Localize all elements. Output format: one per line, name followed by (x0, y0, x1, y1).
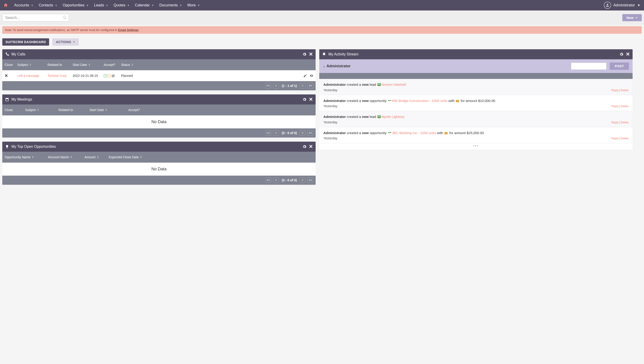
actions-button[interactable]: ACTIONS ▼ (52, 38, 79, 46)
delete-link[interactable]: Delete (620, 105, 628, 108)
col-subject[interactable]: Subject▲▼ (25, 108, 59, 112)
col-close[interactable]: Close (5, 63, 17, 66)
reply-link[interactable]: Reply (611, 121, 619, 124)
call-subject-link[interactable]: Left a message (17, 74, 39, 78)
folder-icon (456, 100, 459, 102)
nav-item-more[interactable]: More▼ (185, 0, 202, 10)
activity-actor: Administrator (323, 131, 346, 135)
lead-icon (377, 116, 381, 118)
activity-target-link[interactable]: Myrtle Lightsey (381, 115, 404, 118)
new-button[interactable]: New ▼ (622, 14, 642, 21)
caret-down-icon: ▼ (106, 4, 108, 6)
right-column: My Activity Stream ✕ ⌄Administrator POST… (319, 49, 632, 150)
caret-down-icon: ▼ (180, 4, 182, 6)
user-name: Administrator (613, 3, 635, 7)
search-input[interactable] (2, 14, 69, 22)
nav-item-contacts[interactable]: Contacts▼ (36, 0, 60, 10)
col-start-date[interactable]: Start Date▲▼ (90, 108, 128, 112)
email-settings-link[interactable]: Email Settings (118, 28, 139, 32)
smtp-alert: Note: To send record assignment notifica… (2, 26, 642, 34)
accept-no-icon[interactable]: ⊘ (111, 74, 115, 77)
pager-text: (0 - 0 of 0) (282, 178, 297, 182)
pager-first[interactable]: << (265, 130, 271, 136)
search-button[interactable] (62, 15, 68, 21)
nav-item-opportunities[interactable]: Opportunities▼ (60, 0, 91, 10)
caret-down-icon: ▼ (635, 16, 637, 19)
dashlet-header: My Meetings ✕ (2, 94, 316, 104)
col-start-date[interactable]: Start Date▲▼ (73, 63, 104, 66)
col-close[interactable]: Close (5, 108, 25, 112)
delete-link[interactable]: Delete (620, 121, 628, 124)
pager-next[interactable]: > (300, 83, 306, 88)
pager-prev[interactable]: < (273, 178, 279, 183)
post-button[interactable]: POST (610, 62, 629, 70)
nav-item-quotes[interactable]: Quotes▼ (111, 0, 132, 10)
gear-icon[interactable] (302, 144, 306, 149)
pager-last[interactable]: >> (307, 83, 313, 88)
row-close-icon[interactable]: ✕ (5, 74, 8, 78)
gear-icon[interactable] (302, 98, 306, 102)
nav-item-accounts[interactable]: Accounts▼ (12, 0, 36, 10)
delete-link[interactable]: Delete (620, 89, 628, 92)
col-subject[interactable]: Subject▲▼ (17, 63, 48, 66)
accept-yes-icon[interactable]: ✓ (104, 74, 107, 77)
reply-link[interactable]: Reply (611, 105, 619, 108)
pager-prev[interactable]: < (273, 130, 279, 136)
pager: << < (0 - 0 of 0) > >> (2, 128, 316, 138)
search-icon (62, 15, 67, 20)
nav-items: Accounts▼Contacts▼Opportunities▼Leads▼Qu… (12, 0, 202, 10)
dashboard-title[interactable]: SUITECRM DASHBOARD (2, 38, 49, 46)
col-accept[interactable]: Accept? (128, 108, 313, 112)
load-more-handle[interactable]: ••• (319, 143, 632, 150)
pager-next[interactable]: > (300, 130, 306, 136)
user-menu[interactable]: Administrator ▼ (604, 2, 642, 9)
nav-item-calendar[interactable]: Calendar▼ (132, 0, 157, 10)
close-icon[interactable]: ✕ (309, 97, 313, 102)
dashlet-my-opportunities: My Top Open Opportunities ✕ Opportunity … (2, 142, 316, 185)
gear-icon[interactable] (619, 52, 623, 56)
activity-actor: Administrator (323, 115, 346, 118)
gear-icon[interactable] (302, 52, 306, 56)
nav-item-documents[interactable]: Documents▼ (157, 0, 185, 10)
col-expected-close[interactable]: Expected Close Date▲▼ (109, 155, 313, 159)
edit-icon[interactable] (303, 74, 307, 78)
dashlet-title: My Meetings (12, 98, 32, 102)
col-opp-name[interactable]: Opportunity Name▲▼ (5, 155, 48, 159)
nav-label: Contacts (39, 3, 53, 7)
close-icon[interactable]: ✕ (309, 52, 313, 57)
col-account-name[interactable]: Account Name▲▼ (48, 155, 85, 159)
nav-item-leads[interactable]: Leads▼ (91, 0, 111, 10)
phone-icon (5, 52, 9, 56)
dashlet-my-calls: My Calls ✕ Close Subject▲▼ Related to St… (2, 49, 316, 90)
activity-time: YesterdayReply|Delete (323, 88, 628, 92)
reply-link[interactable]: Reply (611, 137, 619, 140)
call-related-link[interactable]: Tortoise Corp (48, 74, 67, 78)
sort-icon: ▲▼ (132, 64, 133, 66)
delete-link[interactable]: Delete (620, 137, 628, 140)
pager-first[interactable]: << (265, 83, 271, 88)
col-amount[interactable]: Amount▲▼ (85, 155, 109, 159)
col-accept[interactable]: Accept? (104, 63, 121, 66)
activity-target-link[interactable]: JBC Banking Inc - 1000 units (392, 131, 436, 135)
accept-tentative-icon[interactable]: ▭ (108, 74, 111, 77)
pager-prev[interactable]: < (273, 83, 279, 88)
col-related[interactable]: Related to (48, 63, 73, 66)
pager-last[interactable]: >> (307, 130, 313, 136)
col-status[interactable]: Status▲▼ (121, 63, 139, 66)
activity-target-link[interactable]: NW Bridge Construction - 1000 units (392, 99, 447, 103)
sort-icon: ▲▼ (32, 156, 34, 158)
post-input[interactable] (571, 62, 606, 70)
col-related[interactable]: Related to (59, 108, 90, 112)
activity-scroll[interactable]: Administrator created a new lead Noreen … (319, 79, 632, 143)
post-user[interactable]: ⌄Administrator (323, 64, 351, 68)
pager-first[interactable]: << (265, 178, 271, 183)
close-icon[interactable]: ✕ (309, 144, 313, 149)
close-icon[interactable]: ✕ (626, 52, 630, 57)
view-icon[interactable] (310, 74, 313, 78)
reply-link[interactable]: Reply (611, 89, 619, 92)
pager-last[interactable]: >> (307, 178, 313, 183)
home-icon[interactable] (3, 3, 8, 8)
activity-target-link[interactable]: Noreen Hatchell (381, 82, 406, 86)
call-status: Planned (121, 74, 133, 78)
pager-next[interactable]: > (300, 178, 306, 183)
